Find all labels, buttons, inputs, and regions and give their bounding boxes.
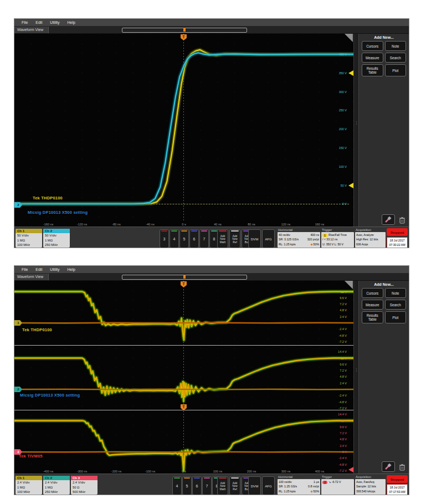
x-axis-tick-label: -200 ns (111, 470, 121, 473)
tab-waveform-view[interactable]: Waveform View (14, 274, 49, 280)
channel-badge-ch-1[interactable]: Ch 150 V/div1 MΩ100 MHz (16, 229, 42, 248)
cursors-button[interactable]: Cursors (362, 288, 383, 298)
horizontal-pan-bar[interactable] (122, 28, 247, 33)
afg-button[interactable]: AFG (262, 476, 275, 495)
vertical-scrollbar[interactable]: ⋮ (353, 281, 358, 474)
menu-help[interactable]: Help (67, 20, 75, 24)
add-new-title: Add New... (359, 282, 409, 286)
add-new-ref-button[interactable]: Add New Ref (229, 476, 240, 495)
acquisition-title: Acquisition (355, 228, 386, 232)
trigger-level-arrow[interactable] (348, 467, 353, 472)
add-new-buttons: Add New MathAdd New RefAdd New Bus (217, 476, 253, 495)
menu-bar: File Edit Utility Help (14, 266, 409, 274)
channel-badge-ch-2[interactable]: Ch 22.4 V/div1 MΩ250 MHz (43, 476, 70, 495)
measure-button[interactable]: Measure (362, 300, 383, 310)
channel-6-button[interactable]: 6 (192, 476, 202, 495)
channel-badge-setting: 250 MHz (43, 490, 70, 495)
trigger-level-arrow[interactable] (348, 70, 353, 76)
trigger-panel[interactable]: Trigger 3↘ -6.72 V (321, 475, 354, 495)
waveform-display[interactable]: -160 ns-120 ns-80 ns-40 ns0 s40 ns80 ns1… (14, 34, 353, 227)
channel-badge-ch-1[interactable]: Ch 12.4 V/div1 MΩ100 MHz (16, 476, 42, 495)
sample-rate: SR: 3.125 GS/s (279, 237, 299, 241)
trigger-tick-icon (183, 28, 186, 32)
y-axis-tick-label: 2.4 V (340, 382, 347, 385)
waveform-display[interactable]: -400 ns-300 ns-200 ns-100 ns0 s100 ns200… (14, 281, 353, 474)
menu-utility[interactable]: Utility (50, 20, 59, 24)
dvm-button[interactable]: DVM (248, 229, 261, 248)
add-new-math-button[interactable]: Add New Math (217, 229, 228, 248)
trigger-panel[interactable]: Trigger 1Rise/Fall Time / < 33.12 ns U: … (321, 228, 354, 248)
results-table-button[interactable]: Results Table (362, 64, 383, 76)
add-new-ref-button[interactable]: Add New Ref (229, 229, 240, 248)
menu-file[interactable]: File (22, 268, 28, 271)
oscilloscope-window-2: File Edit Utility Help Waveform View -40… (14, 265, 409, 495)
channel-badge-ch-2[interactable]: Ch 250 V/div1 MΩ250 MHz (43, 229, 70, 248)
add-new-math-button[interactable]: Add New Math (217, 476, 228, 495)
channel-4-button[interactable]: 4 (172, 476, 182, 495)
clear-all-button[interactable] (398, 462, 407, 472)
callout-tool-button[interactable] (382, 461, 395, 472)
note-button[interactable]: Note (385, 41, 407, 51)
callout-tool-button[interactable] (382, 214, 395, 225)
y-axis-tick-label: 9.6 V (340, 425, 347, 429)
channel-color-stripe (161, 230, 167, 232)
horizontal-pan-bar[interactable] (122, 275, 247, 280)
horizontal-panel[interactable]: Horizontal 40 ns/div400 ns SR: 3.125 GS/… (278, 228, 320, 248)
menu-utility[interactable]: Utility (50, 268, 59, 271)
afg-button[interactable]: AFG (262, 229, 275, 248)
acquisition-panel[interactable]: Acquisition Auto, Analyze High Res: 12 b… (355, 228, 386, 248)
corner-grip[interactable] (345, 281, 353, 289)
horizontal-span: 400 ns (310, 233, 319, 237)
note-button[interactable]: Note (385, 288, 407, 298)
run-stop-button[interactable]: Stopped (387, 475, 408, 483)
y-axis-tick-label: -7.2 V (338, 407, 347, 410)
channel-6-button[interactable]: 6 (189, 229, 199, 248)
cursors-button[interactable]: Cursors (362, 41, 383, 51)
y-axis-tick-label: 0 V (342, 202, 347, 205)
channel-7-button[interactable]: 7 (199, 229, 209, 248)
menu-edit[interactable]: Edit (35, 268, 42, 271)
trace-label: Micsig DP10013 X500 setting (28, 210, 88, 215)
y-axis-tick-label: 7.2 V (340, 369, 347, 372)
channel-7-button[interactable]: 7 (202, 476, 212, 495)
scrollbar-handle[interactable]: ⋮ (355, 121, 358, 125)
channel-5-button[interactable]: 5 (179, 229, 189, 248)
search-button[interactable]: Search (385, 300, 407, 310)
scrollbar-handle[interactable]: ⋮ (355, 368, 358, 372)
button-color-stripe (231, 230, 239, 232)
results-table-button[interactable]: Results Table (362, 311, 383, 323)
clear-all-button[interactable] (398, 215, 407, 225)
plot-button[interactable]: Plot (385, 311, 407, 323)
measure-button[interactable]: Measure (362, 53, 383, 63)
y-axis-tick-label: 2.4 V (340, 444, 347, 448)
trigger-type: Rise/Fall Time (328, 233, 347, 236)
plot-button[interactable]: Plot (385, 64, 407, 76)
tab-row: Waveform View (14, 27, 409, 34)
y-axis-tick-label: -2.4 V (338, 456, 347, 460)
x-axis-tick-label: 400 ns (315, 470, 325, 473)
channel-badge-ch-3[interactable]: Ch 32.4 V/div50 Ω500 MHz (71, 476, 97, 495)
channel-5-button[interactable]: 5 (182, 476, 192, 495)
channel-color-stripe (191, 230, 197, 232)
channel-color-stripe (194, 477, 200, 479)
horizontal-position: 50% (314, 243, 319, 246)
channel-4-button[interactable]: 4 (170, 229, 179, 248)
sample-rate: SR: 1.25 GS/s (279, 484, 297, 488)
menu-edit[interactable]: Edit (35, 20, 42, 24)
channel-badge-setting: 50 Ω (71, 485, 97, 490)
x-axis-tick-label: 80 ns (248, 223, 255, 226)
vertical-scrollbar[interactable]: ⋮ (353, 34, 358, 227)
trigger-level-arrow[interactable] (348, 183, 353, 188)
corner-grip[interactable] (345, 34, 353, 42)
horizontal-panel[interactable]: Horizontal 100 ns/div1 µs SR: 1.25 GS/s0… (278, 475, 320, 495)
channel-3-button[interactable]: 3 (160, 229, 169, 248)
y-axis-tick-label: 4.8 V (340, 308, 347, 312)
run-stop-button[interactable]: Stopped (387, 228, 408, 236)
tab-waveform-view[interactable]: Waveform View (14, 27, 49, 33)
menu-file[interactable]: File (22, 20, 28, 24)
dvm-button[interactable]: DVM (248, 476, 261, 495)
menu-help[interactable]: Help (67, 268, 75, 271)
acquisition-panel[interactable]: Acquisition Auto, FastAcq Sample: 12 bit… (355, 475, 386, 495)
search-button[interactable]: Search (385, 53, 407, 63)
channel-badge-title: Ch 2 (43, 476, 70, 480)
